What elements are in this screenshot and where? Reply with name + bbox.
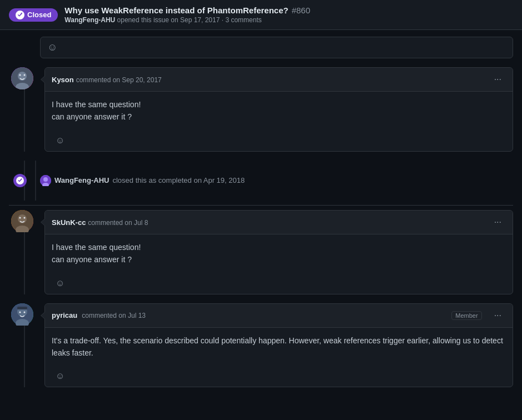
kyson-comment-box: Kyson commented on Sep 20, 2017 ··· I ha… xyxy=(44,67,513,152)
skunk-comment-header: SkUnK-cc commented on Jul 8 ··· xyxy=(45,211,513,234)
skunk-comment-box: SkUnK-cc commented on Jul 8 ··· I have t… xyxy=(44,210,513,294)
avatar-pyricau xyxy=(11,303,33,326)
pyricau-emoji-button[interactable]: ☺ xyxy=(52,369,68,383)
skunk-comment-row: SkUnK-cc commented on Jul 8 ··· I have t… xyxy=(9,210,513,294)
issue-meta-author: WangFeng-AHU xyxy=(64,16,115,24)
avatar-kyson xyxy=(11,67,33,89)
top-comment-area: ☺ xyxy=(9,37,513,58)
kyson-date: commented on Sep 20, 2017 xyxy=(76,76,162,84)
wangfeng-event-avatar xyxy=(40,175,51,186)
emoji-area-icon: ☺ xyxy=(47,42,57,53)
svg-rect-16 xyxy=(17,307,27,309)
check-circle-icon xyxy=(16,11,24,19)
svg-point-3 xyxy=(19,74,21,76)
skunk-author: SkUnK-cc xyxy=(52,218,86,227)
close-event-text: WangFeng-AHU closed this as completed on… xyxy=(40,175,245,186)
close-event-icon xyxy=(13,174,27,187)
section-divider xyxy=(9,205,513,206)
svg-point-18 xyxy=(24,311,26,313)
svg-point-17 xyxy=(19,311,21,313)
status-badge: Closed xyxy=(9,8,58,22)
svg-point-6 xyxy=(43,177,48,182)
pyricau-date: commented on Jul 13 xyxy=(82,312,146,319)
kyson-emoji-button[interactable]: ☺ xyxy=(52,133,68,148)
pyricau-comment-box: pyricau commented on Jul 13 Member ··· I… xyxy=(44,303,513,388)
issue-meta: WangFeng-AHU opened this issue on Sep 17… xyxy=(64,16,310,24)
pyricau-comment-header: pyricau commented on Jul 13 Member ··· xyxy=(45,304,513,328)
pyricau-comment-row: pyricau commented on Jul 13 Member ··· I… xyxy=(9,303,513,388)
issue-title: Why use WeakReference instead of Phantom… xyxy=(64,6,310,15)
skunk-comment-body: I have the same question! can anyone ans… xyxy=(45,234,513,273)
timeline: ☺ xyxy=(0,37,522,387)
close-event: WangFeng-AHU closed this as completed on… xyxy=(9,161,513,201)
issue-meta-action: opened this issue on Sep 17, 2017 · 3 co… xyxy=(117,16,262,24)
kyson-comment-row: Kyson commented on Sep 20, 2017 ··· I ha… xyxy=(9,67,513,152)
member-badge: Member xyxy=(451,311,481,320)
kyson-comment-header: Kyson commented on Sep 20, 2017 ··· xyxy=(45,68,513,92)
svg-point-12 xyxy=(24,217,26,218)
svg-point-4 xyxy=(24,74,26,76)
issue-number: #860 xyxy=(292,6,310,15)
kyson-comment-body: I have the same question! can anyone ans… xyxy=(45,92,513,130)
avatar-skunk xyxy=(11,210,33,232)
kyson-author: Kyson xyxy=(52,76,74,84)
skunk-comment-footer: ☺ xyxy=(45,273,513,294)
kyson-comment-footer: ☺ xyxy=(45,130,513,151)
skunk-emoji-button[interactable]: ☺ xyxy=(52,276,68,291)
close-action: closed this as completed on Apr 19, 2018 xyxy=(112,176,245,184)
skunk-more-button[interactable]: ··· xyxy=(490,215,506,229)
pyricau-comment-footer: ☺ xyxy=(45,366,513,387)
issue-header: Closed Why use WeakReference instead of … xyxy=(0,0,522,30)
pyricau-more-button[interactable]: ··· xyxy=(490,308,506,323)
page-container: Closed Why use WeakReference instead of … xyxy=(0,0,522,387)
pyricau-comment-body: It's a trade-off. Yes, the scenario desc… xyxy=(45,328,513,366)
kyson-more-button[interactable]: ··· xyxy=(490,72,506,87)
issue-title-section: Why use WeakReference instead of Phantom… xyxy=(64,6,310,24)
close-actor: WangFeng-AHU xyxy=(54,176,109,184)
svg-point-11 xyxy=(19,217,21,218)
skunk-date: commented on Jul 8 xyxy=(88,219,148,227)
pyricau-author: pyricau xyxy=(52,311,77,319)
